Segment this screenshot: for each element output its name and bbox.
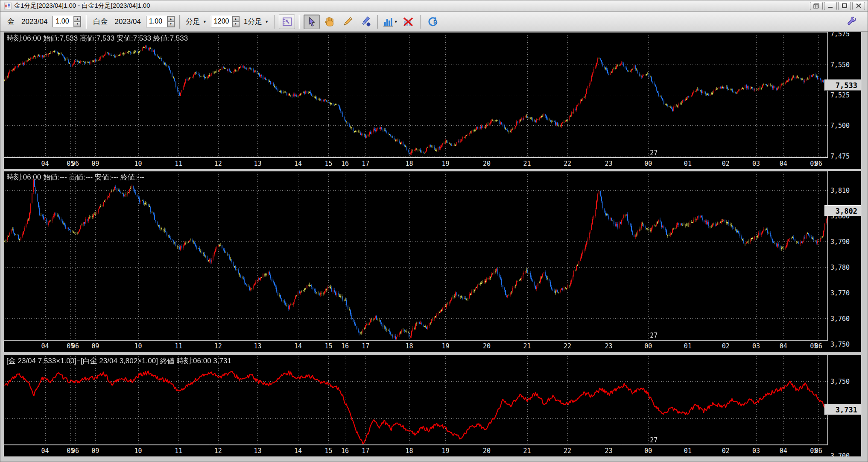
- spread-chart-panel: [金 23/04 7,533×1.00]−[白金 23/04 3,802×1.0…: [4, 355, 861, 456]
- x-axis-label: 06: [815, 160, 822, 168]
- interval-dropdown[interactable]: 1分足▼: [244, 17, 269, 26]
- x-axis-label: 16: [341, 160, 349, 168]
- toolbar-separator: [274, 15, 275, 29]
- y-axis-tick: 7,575: [830, 32, 861, 38]
- x-axis-label: 03: [752, 342, 760, 350]
- x-axis-label: 15: [324, 160, 332, 168]
- y-axis-tick: 3,750: [830, 378, 861, 385]
- delete-chart-icon: [403, 17, 414, 27]
- gold-ratio-down-button[interactable]: ▼: [74, 22, 81, 27]
- date-marker: 27: [650, 332, 658, 339]
- maximize-button[interactable]: [838, 2, 851, 10]
- draw-marker-button[interactable]: [357, 15, 374, 29]
- x-axis-label: 11: [175, 160, 182, 168]
- x-axis-label: 19: [441, 342, 449, 350]
- x-axis-label: 13: [254, 160, 261, 168]
- x-axis-label: 06: [71, 342, 79, 350]
- gold-ratio-spinner[interactable]: 1.00 ▲▼: [53, 16, 81, 27]
- x-axis-label: 10: [134, 342, 142, 350]
- x-axis-label: 14: [294, 447, 302, 455]
- x-axis-label: 11: [175, 447, 182, 455]
- x-axis-label: 04: [780, 447, 787, 455]
- draw-pencil-button[interactable]: [339, 15, 356, 29]
- app-candlestick-icon: [4, 3, 12, 9]
- hand-icon: [324, 16, 335, 27]
- minimize-button[interactable]: [824, 2, 837, 10]
- x-axis-label: 19: [441, 447, 449, 455]
- pan-hand-button[interactable]: [321, 15, 338, 29]
- bar-count-down-button[interactable]: ▼: [232, 22, 239, 27]
- y-axis-tick: 3,700: [830, 452, 861, 456]
- svg-text:R: R: [433, 19, 437, 25]
- gold-month-label: 2023/04: [21, 18, 47, 26]
- x-axis-label: 20: [483, 447, 491, 455]
- x-axis-label: 14: [294, 342, 302, 350]
- close-button[interactable]: [852, 2, 865, 10]
- gold-current-price-tag: 7,533: [824, 79, 861, 91]
- chart-type-bars-button[interactable]: ▼: [382, 15, 398, 29]
- x-axis-label: 06: [71, 447, 79, 455]
- x-axis-label: 21: [523, 160, 531, 168]
- x-axis-label: 00: [644, 342, 652, 350]
- cursor-arrow-icon: [307, 17, 316, 27]
- clear-drawings-button[interactable]: [400, 15, 416, 29]
- platinum-ratio-down-button[interactable]: ▼: [167, 22, 174, 27]
- y-axis-tick: 7,550: [830, 61, 861, 69]
- refresh-icon: R: [427, 16, 438, 27]
- y-axis-tick: 3,750: [830, 341, 861, 348]
- select-cursor-button[interactable]: [304, 15, 320, 29]
- toolbar: 金 2023/04 1.00 ▲▼ 白金 2023/04 1.00 ▲▼ 分足▼…: [0, 12, 868, 32]
- platinum-symbol-label: 白金: [93, 17, 108, 26]
- platinum-chart-panel: 時刻:06:00 始値:--- 高値:--- 安値:--- 終値:--- 040…: [4, 171, 861, 352]
- bar-chart-icon: [383, 17, 393, 27]
- chevron-down-icon: ▼: [265, 20, 269, 24]
- chart-scale-settings-button[interactable]: [279, 15, 295, 29]
- x-axis-label: 01: [684, 160, 692, 168]
- x-axis-label: 18: [406, 342, 413, 350]
- x-axis-label: 00: [644, 160, 652, 168]
- x-axis-label: 22: [564, 342, 571, 350]
- window-title: 金1分足[2023/04]1.00 - 白金1分足[2023/04]1.00: [14, 2, 150, 10]
- platinum-ratio-value[interactable]: 1.00: [146, 16, 167, 27]
- date-marker: 27: [650, 149, 658, 157]
- gold-chart-info: 時刻:06:00 始値:7,533 高値:7,533 安値:7,533 終値:7…: [6, 33, 188, 43]
- layout-windows-button[interactable]: [810, 2, 823, 10]
- x-axis-label: 14: [294, 160, 302, 168]
- platinum-chart-canvas[interactable]: [4, 171, 828, 340]
- chart-scale-icon: [281, 17, 292, 27]
- spread-chart-canvas[interactable]: [4, 355, 828, 445]
- x-axis-label: 00: [644, 447, 652, 455]
- platinum-ratio-spinner[interactable]: 1.00 ▲▼: [146, 16, 175, 27]
- x-axis-label: 21: [523, 447, 531, 455]
- x-axis-label: 06: [71, 160, 79, 168]
- x-axis-label: 09: [91, 447, 99, 455]
- x-axis-label: 02: [722, 447, 730, 455]
- x-axis-label: 02: [722, 342, 730, 350]
- bar-type-dropdown[interactable]: 分足▼: [186, 17, 207, 26]
- toolbar-separator: [86, 15, 87, 29]
- x-axis-label: 13: [254, 447, 261, 455]
- x-axis-label: 11: [175, 342, 182, 350]
- x-axis-label: 17: [362, 447, 369, 455]
- bar-count-value[interactable]: 1200: [211, 16, 232, 27]
- platinum-current-price-tag: 3,802: [824, 205, 861, 216]
- app-window: 金1分足[2023/04]1.00 - 白金1分足[2023/04]1.00 金…: [0, 0, 868, 462]
- platinum-time-axis: 0405060910111213141516171819202122230001…: [4, 340, 828, 352]
- y-axis-tick: 3,760: [830, 315, 861, 323]
- reload-button[interactable]: R: [425, 15, 441, 29]
- x-axis-label: 12: [214, 447, 222, 455]
- gold-chart-canvas[interactable]: [4, 32, 828, 158]
- x-axis-label: 15: [324, 342, 332, 350]
- pencil-icon: [342, 16, 353, 27]
- x-axis-label: 22: [564, 447, 571, 455]
- date-marker: 27: [650, 436, 658, 444]
- x-axis-label: 04: [780, 160, 787, 168]
- gold-ratio-up-button[interactable]: ▲: [74, 16, 81, 22]
- bar-count-spinner[interactable]: 1200 ▲▼: [211, 16, 240, 27]
- bar-count-up-button[interactable]: ▲: [232, 16, 239, 22]
- title-bar[interactable]: 金1分足[2023/04]1.00 - 白金1分足[2023/04]1.00: [0, 0, 868, 12]
- x-axis-label: 23: [605, 342, 613, 350]
- settings-wrench-button[interactable]: [844, 15, 860, 29]
- platinum-ratio-up-button[interactable]: ▲: [167, 16, 174, 22]
- gold-ratio-value[interactable]: 1.00: [53, 16, 73, 27]
